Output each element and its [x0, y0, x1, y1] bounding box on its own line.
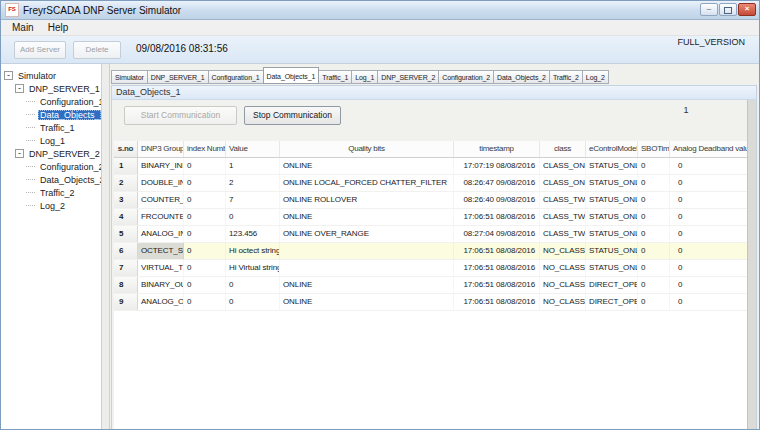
- column-header-Value[interactable]: Value: [226, 141, 280, 157]
- cell[interactable]: CLASS_TWO: [540, 226, 586, 242]
- tab-Log_2[interactable]: Log_2: [583, 70, 609, 84]
- cell[interactable]: 6: [114, 243, 138, 259]
- table-row[interactable]: 9ANALOG_OUTP00ONLINE17:06:51 08/08/2016N…: [114, 294, 747, 311]
- tree-item-Log_1[interactable]: Log_1: [1, 134, 101, 147]
- cell[interactable]: ONLINE: [280, 209, 454, 225]
- cell[interactable]: STATUS_ONLY: [586, 209, 638, 225]
- cell[interactable]: VIRTUAL_TERMI: [138, 260, 184, 276]
- cell[interactable]: BINARY_OUTPU: [138, 277, 184, 293]
- cell[interactable]: 0: [226, 209, 280, 225]
- cell[interactable]: 0: [670, 158, 747, 174]
- tab-Traffic_2[interactable]: Traffic_2: [550, 70, 583, 84]
- minimize-icon[interactable]: –: [700, 3, 718, 16]
- close-icon[interactable]: ×: [738, 3, 756, 16]
- cell[interactable]: 17:06:51 08/08/2016: [454, 260, 540, 276]
- cell[interactable]: STATUS_ONLY: [586, 158, 638, 174]
- tree-item-Data_Objects_1[interactable]: Data_Objects_1: [1, 108, 101, 121]
- cell[interactable]: 1: [226, 158, 280, 174]
- cell[interactable]: ANALOG_OUTP: [138, 294, 184, 310]
- cell[interactable]: 0: [638, 260, 670, 276]
- table-row[interactable]: 4FRCOUNTER_IN00ONLINE17:06:51 08/08/2016…: [114, 209, 747, 226]
- column-header-class[interactable]: class: [540, 141, 586, 157]
- tab-Traffic_1[interactable]: Traffic_1: [319, 70, 352, 84]
- cell[interactable]: 17:07:19 08/08/2016: [454, 158, 540, 174]
- tree-item-Log_2[interactable]: Log_2: [1, 199, 101, 212]
- cell[interactable]: 0: [670, 226, 747, 242]
- cell[interactable]: 3: [114, 192, 138, 208]
- cell[interactable]: 2: [114, 175, 138, 191]
- cell[interactable]: 0: [184, 209, 226, 225]
- column-header-s.no[interactable]: s.no: [114, 141, 138, 157]
- cell[interactable]: 7: [114, 260, 138, 276]
- table-row[interactable]: 7VIRTUAL_TERMI0Hi Virtual string17:06:51…: [114, 260, 747, 277]
- cell[interactable]: [280, 243, 454, 259]
- tab-Data_Objects_2[interactable]: Data_Objects_2: [494, 70, 550, 84]
- cell[interactable]: DIRECT_OPER: [586, 294, 638, 310]
- cell[interactable]: 0: [638, 192, 670, 208]
- table-row[interactable]: 6OCTECT_STRIN0Hi octect string17:06:51 0…: [114, 243, 747, 260]
- cell[interactable]: 0: [670, 192, 747, 208]
- tab-Configuration_1[interactable]: Configuration_1: [209, 70, 264, 84]
- cell[interactable]: DIRECT_OPER: [586, 277, 638, 293]
- tab-Log_1[interactable]: Log_1: [352, 70, 378, 84]
- cell[interactable]: CLASS_ONE: [540, 175, 586, 191]
- cell[interactable]: STATUS_ONLY: [586, 260, 638, 276]
- tree-item-DNP_SERVER_1[interactable]: -DNP_SERVER_1: [1, 82, 101, 95]
- cell[interactable]: BINARY_INPUT: [138, 158, 184, 174]
- column-header-SBOTimeOut[interactable]: SBOTimeOut: [638, 141, 670, 157]
- cell[interactable]: OCTECT_STRIN: [138, 243, 184, 259]
- table-row[interactable]: 5ANALOG_INPUT0123.456ONLINE OVER_RANGE08…: [114, 226, 747, 243]
- cell[interactable]: 0: [184, 158, 226, 174]
- cell[interactable]: 0: [638, 209, 670, 225]
- cell[interactable]: 2: [226, 175, 280, 191]
- cell[interactable]: 0: [670, 277, 747, 293]
- cell[interactable]: 17:06:51 08/08/2016: [454, 277, 540, 293]
- cell[interactable]: ONLINE: [280, 294, 454, 310]
- cell[interactable]: 123.456: [226, 226, 280, 242]
- tab-DNP_SERVER_2[interactable]: DNP_SERVER_2: [378, 70, 439, 84]
- cell[interactable]: 0: [184, 226, 226, 242]
- cell[interactable]: 17:06:51 08/08/2016: [454, 243, 540, 259]
- vertical-scrollbar[interactable]: [747, 100, 756, 429]
- cell[interactable]: NO_CLASS: [540, 294, 586, 310]
- cell[interactable]: CLASS_TWO: [540, 209, 586, 225]
- column-header-DNP3 Group Id[interactable]: DNP3 Group Id: [138, 141, 184, 157]
- tab-DNP_SERVER_1[interactable]: DNP_SERVER_1: [148, 70, 209, 84]
- tree-item-Data_Objects_2[interactable]: Data_Objects_2: [1, 173, 101, 186]
- menu-item-main[interactable]: Main: [5, 21, 41, 34]
- cell[interactable]: 0: [184, 192, 226, 208]
- tree-item-Traffic_1[interactable]: Traffic_1: [1, 121, 101, 134]
- cell[interactable]: 0: [638, 158, 670, 174]
- cell[interactable]: ONLINE: [280, 277, 454, 293]
- cell[interactable]: 0: [670, 243, 747, 259]
- cell[interactable]: ONLINE LOCAL_FORCED CHATTER_FILTER: [280, 175, 454, 191]
- cell[interactable]: FRCOUNTER_IN: [138, 209, 184, 225]
- table-row[interactable]: 2DOUBLE_INPUT02ONLINE LOCAL_FORCED CHATT…: [114, 175, 747, 192]
- add-server-button[interactable]: Add Server: [14, 41, 66, 59]
- cell[interactable]: 4: [114, 209, 138, 225]
- cell[interactable]: 0: [226, 277, 280, 293]
- menu-item-help[interactable]: Help: [41, 21, 76, 34]
- cell[interactable]: 9: [114, 294, 138, 310]
- table-row[interactable]: 3COUNTER_INPU07ONLINE ROLLOVER08:26:40 0…: [114, 192, 747, 209]
- column-header-index Number[interactable]: index Number: [184, 141, 226, 157]
- cell[interactable]: COUNTER_INPU: [138, 192, 184, 208]
- tree-item-Configuration_2[interactable]: Configuration_2: [1, 160, 101, 173]
- delete-server-button[interactable]: Delete Server: [73, 41, 121, 59]
- tree-item-DNP_SERVER_2[interactable]: -DNP_SERVER_2: [1, 147, 101, 160]
- cell[interactable]: 0: [184, 277, 226, 293]
- cell[interactable]: STATUS_ONLY: [586, 226, 638, 242]
- cell[interactable]: 0: [184, 294, 226, 310]
- cell[interactable]: ONLINE: [280, 158, 454, 174]
- splitter[interactable]: [101, 64, 110, 429]
- column-header-eControlModel[interactable]: eControlModel: [586, 141, 638, 157]
- cell[interactable]: CLASS_ONE: [540, 158, 586, 174]
- cell[interactable]: 0: [226, 294, 280, 310]
- cell[interactable]: 5: [114, 226, 138, 242]
- cell[interactable]: Hi octect string: [226, 243, 280, 259]
- cell[interactable]: NO_CLASS: [540, 243, 586, 259]
- cell[interactable]: CLASS_TWO: [540, 192, 586, 208]
- cell[interactable]: 0: [638, 226, 670, 242]
- cell[interactable]: 0: [184, 175, 226, 191]
- cell[interactable]: ONLINE ROLLOVER: [280, 192, 454, 208]
